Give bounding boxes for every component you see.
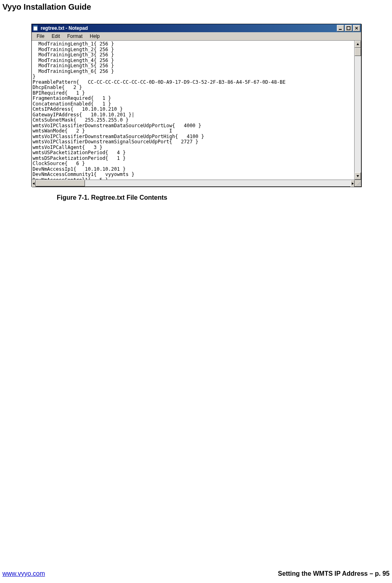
close-button[interactable] [353, 25, 360, 31]
notepad-window: regtree.txt - Notepad File Edit Format H… [31, 24, 361, 187]
maximize-button[interactable] [345, 25, 352, 31]
titlebar: regtree.txt - Notepad [32, 24, 361, 32]
minimize-button[interactable] [337, 25, 344, 31]
svg-marker-7 [357, 175, 359, 177]
menubar: File Edit Format Help [32, 32, 361, 41]
scroll-up-icon[interactable] [355, 41, 361, 48]
editor-text[interactable]: ModTrainingLength_1{ 256 } ModTrainingLe… [32, 41, 354, 180]
horizontal-scrollbar[interactable] [32, 180, 355, 186]
svg-marker-6 [357, 43, 359, 45]
vertical-scrollbar[interactable] [354, 41, 361, 180]
svg-rect-3 [347, 27, 350, 30]
menu-file[interactable]: File [33, 33, 47, 39]
figure-caption: Figure 7-1. Regtree.txt File Contents [57, 194, 390, 201]
svg-marker-9 [352, 182, 354, 185]
footer-link[interactable]: www.vyyo.com [2, 570, 45, 577]
menu-edit[interactable]: Edit [48, 33, 63, 39]
menu-help[interactable]: Help [87, 33, 103, 39]
page-title: Vyyo Installation Guide [2, 2, 390, 12]
svg-marker-8 [33, 182, 35, 185]
scroll-right-icon[interactable] [351, 180, 355, 187]
footer: www.vyyo.com Setting the WMTS IP Address… [2, 570, 390, 577]
notepad-icon [33, 25, 39, 31]
menu-format[interactable]: Format [64, 33, 86, 39]
size-grip-icon[interactable] [355, 180, 361, 186]
titlebar-text: regtree.txt - Notepad [41, 25, 337, 31]
footer-right: Setting the WMTS IP Address – p. 95 [278, 570, 390, 577]
svg-rect-2 [339, 29, 342, 30]
scroll-left-icon[interactable] [32, 180, 36, 187]
svg-rect-1 [33, 25, 37, 27]
scroll-down-icon[interactable] [355, 172, 361, 180]
